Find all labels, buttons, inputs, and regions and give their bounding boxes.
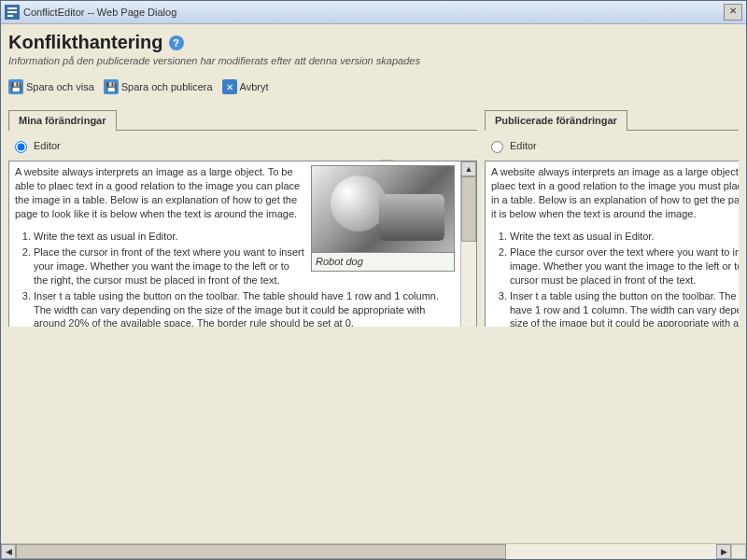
editor-radio-row-left: Editor [10,138,477,153]
save-show-label: Spara och visa [26,81,94,92]
action-bar: 💾Spara och visa 💾Spara och publicera ✕Av… [8,79,739,94]
editor-body-left: Robot dog A website always interprets an… [8,161,477,327]
hscroll-track[interactable] [16,544,716,559]
cancel-icon: ✕ [222,79,237,94]
vscrollbar-left[interactable]: ▲ ▼ [460,161,476,327]
editor-radio-left[interactable] [15,141,27,153]
disk-globe-icon: 💾 [104,79,119,94]
hscroll-thumb[interactable] [16,544,506,559]
scroll-left-icon[interactable]: ◀ [1,544,16,559]
steps-list-right: Write the text as usual in Editor. Place… [510,230,739,326]
editor-body-right: A website always interprets an image as … [485,161,739,327]
editor-radio-right[interactable] [491,141,503,153]
cancel-link[interactable]: ✕Avbryt [222,79,269,94]
info-text: Information på den publicerade versionen… [8,55,739,66]
page-title: Konflikthantering [8,32,163,53]
editor-radio-label-right: Editor [510,140,537,151]
scroll-corner [731,544,746,559]
tab-published-changes[interactable]: Publicerade förändringar [485,110,627,131]
intro-text-right: A website always interprets an image as … [491,165,739,220]
save-publish-link[interactable]: 💾Spara och publicera [104,79,213,94]
editor-content-left[interactable]: Robot dog A website always interprets an… [9,161,460,327]
scroll-thumb[interactable] [461,176,476,242]
figure-caption: Robot dog [311,253,455,272]
list-item: Inser t a table using the button on the … [510,289,739,327]
figure-wrap: Robot dog [311,165,455,272]
content-area: Konflikthantering ? Information på den p… [1,24,746,543]
help-icon[interactable]: ? [169,35,184,50]
save-publish-label: Spara och publicera [121,81,213,92]
editor-radio-label-left: Editor [34,140,61,151]
figure [311,165,455,253]
list-item: Place the cursor over the text where you… [510,245,739,287]
disk-icon: 💾 [8,79,23,94]
editor-radio-row-right: Editor [486,138,739,153]
tab-row-left: Mina förändringar [8,109,477,131]
editor-content-right[interactable]: A website always interprets an image as … [486,161,739,327]
list-item: Inser t a table using the button on the … [34,289,455,327]
pane-published-changes: Publicerade förändringar Editor B I U [485,109,739,327]
titlebar: ConflictEditor -- Web Page Dialog ✕ [1,1,746,24]
robot-image [312,166,454,252]
hscrollbar[interactable]: ◀ ▶ [1,543,746,559]
tab-my-changes[interactable]: Mina förändringar [8,110,117,131]
cancel-label: Avbryt [240,81,269,92]
page-title-row: Konflikthantering ? [8,32,739,53]
scroll-right-icon[interactable]: ▶ [716,544,731,559]
tab-row-right: Publicerade förändringar [485,109,739,131]
dialog-window: ConflictEditor -- Web Page Dialog ✕ Konf… [0,0,747,560]
scroll-track[interactable] [461,176,476,327]
scroll-up-icon[interactable]: ▲ [461,161,476,176]
list-item: Write the text as usual in Editor. [510,230,739,244]
window-title: ConflictEditor -- Web Page Dialog [23,7,176,18]
panes: Mina förändringar Editor B I U 123 [8,109,739,327]
save-show-link[interactable]: 💾Spara och visa [8,79,94,94]
pane-my-changes: Mina förändringar Editor B I U 123 [8,109,477,327]
close-button[interactable]: ✕ [724,4,742,21]
app-icon [5,5,20,20]
